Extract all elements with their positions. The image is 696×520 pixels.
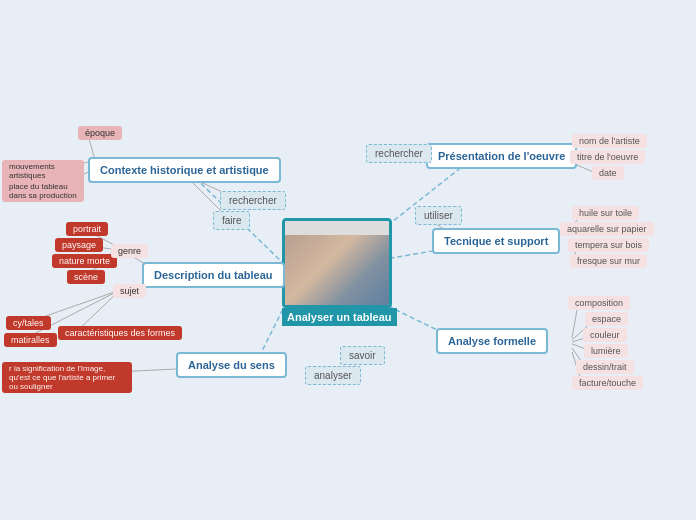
analyse-formelle-node[interactable]: Analyse formelle — [436, 328, 548, 354]
analyser-node[interactable]: analyser — [305, 366, 361, 385]
couleurs-node[interactable]: cy/tales — [6, 316, 51, 330]
faire-node[interactable]: faire — [213, 211, 250, 230]
caract-formes-node[interactable]: caractéristiques des formes — [58, 326, 182, 340]
facture-touche-node[interactable]: facture/touche — [572, 376, 643, 390]
tempera-node[interactable]: tempera sur bois — [568, 238, 649, 252]
date-node[interactable]: date — [592, 166, 624, 180]
center-label: Analyser un tableau — [282, 308, 397, 326]
place-tableau-node[interactable]: place du tableau dans sa production — [2, 180, 84, 202]
presentation-node[interactable]: Présentation de l'oeuvre — [426, 143, 577, 169]
analyse-sens-node[interactable]: Analyse du sens — [176, 352, 287, 378]
composition-node[interactable]: composition — [568, 296, 630, 310]
nom-artiste-node[interactable]: nom de l'artiste — [572, 134, 647, 148]
signification-node[interactable]: r la signification de l'Image, qu'est ce… — [2, 362, 132, 393]
fresque-node[interactable]: fresque sur mur — [570, 254, 647, 268]
scene-node[interactable]: scène — [67, 270, 105, 284]
center-node: Analyser un tableau — [282, 218, 397, 326]
dessin-trait-node[interactable]: dessin/trait — [576, 360, 634, 374]
utiliser-node[interactable]: utiliser — [415, 206, 462, 225]
portrait-node[interactable]: portrait — [66, 222, 108, 236]
savoir-node[interactable]: savoir — [340, 346, 385, 365]
technique-node[interactable]: Tecnique et support — [432, 228, 560, 254]
rechercher1-node[interactable]: rechercher — [366, 144, 432, 163]
center-image — [282, 218, 392, 308]
contexte-node[interactable]: Contexte historique et artistique — [88, 157, 281, 183]
couleur-node[interactable]: couleur — [583, 328, 627, 342]
sujet-node[interactable]: sujet — [113, 284, 146, 298]
huile-toile-node[interactable]: huile sur toile — [572, 206, 639, 220]
epoque-node[interactable]: époque — [78, 126, 122, 140]
nature-morte-node[interactable]: nature morte — [52, 254, 117, 268]
genre-node[interactable]: genre — [111, 244, 148, 258]
image-bg — [285, 235, 389, 305]
matieres-node[interactable]: matiralles — [4, 333, 57, 347]
rechercher2-node[interactable]: rechercher — [220, 191, 286, 210]
lumiere-node[interactable]: lumière — [584, 344, 628, 358]
paysage-node[interactable]: paysage — [55, 238, 103, 252]
espace-node[interactable]: espace — [585, 312, 628, 326]
description-node[interactable]: Description du tableau — [142, 262, 285, 288]
aquarelle-node[interactable]: aquarelle sur papier — [560, 222, 654, 236]
titre-oeuvre-node[interactable]: titre de l'oeuvre — [570, 150, 645, 164]
